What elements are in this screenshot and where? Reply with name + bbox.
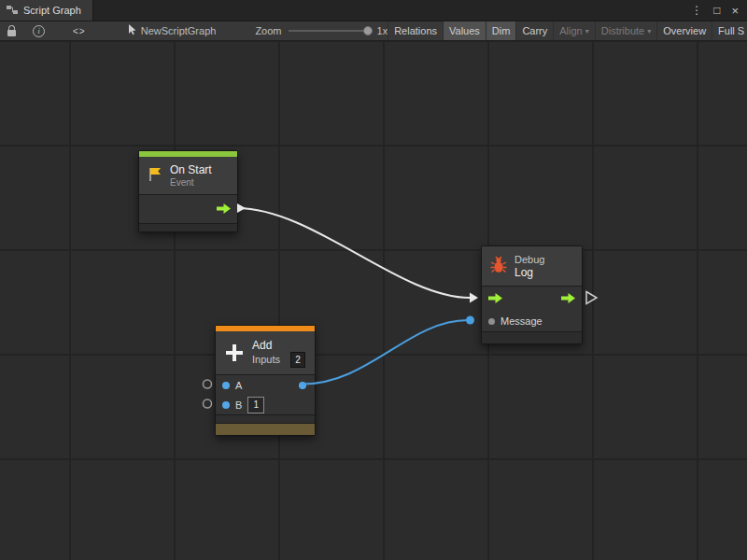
port-b-value-field[interactable]: 1	[247, 397, 264, 413]
node-debug-log[interactable]: Debug Log Message	[481, 245, 583, 344]
node-header[interactable]: Debug Log	[482, 246, 582, 286]
port-label: B	[235, 399, 242, 411]
button-label: Carry	[522, 25, 547, 36]
wire-flow-onstart-to-log[interactable]	[237, 208, 470, 298]
button-label: Overview	[663, 25, 706, 36]
output-port-sum[interactable]	[299, 382, 306, 389]
plus-icon	[223, 342, 246, 364]
inputs-label: Inputs	[252, 353, 280, 367]
script-graph-icon	[7, 5, 18, 17]
graph-breadcrumb[interactable]: NewScriptGraph	[128, 24, 217, 37]
toolbar-button-overview[interactable]: Overview	[656, 21, 712, 40]
kebab-menu-icon[interactable]: ⋮	[691, 5, 702, 16]
port-row-a: A	[216, 375, 315, 395]
node-footer	[139, 223, 237, 231]
flow-input-port[interactable]	[488, 293, 502, 305]
flow-output-port[interactable]	[561, 293, 575, 305]
code-icon: <>	[73, 26, 86, 36]
button-label: Distribute	[601, 25, 644, 36]
flow-output-port[interactable]	[217, 203, 231, 216]
chevron-down-icon: ▾	[585, 27, 589, 35]
button-label: Align	[559, 25, 582, 36]
node-title: Add	[252, 339, 305, 352]
wire-value-add-to-message[interactable]	[303, 320, 468, 385]
bug-icon	[489, 256, 508, 276]
button-label: Dim	[492, 25, 511, 36]
graph-toolbar: i <> NewScriptGraph Zoom 1x Relations Va…	[0, 21, 747, 41]
info-button[interactable]: i	[28, 21, 49, 40]
wire-end-arrow-icon	[470, 293, 478, 303]
external-flow-triangle-icon[interactable]	[586, 292, 597, 304]
node-footer	[482, 331, 582, 343]
message-input-row: Message	[482, 311, 582, 331]
graph-canvas[interactable]: On Start Event	[0, 41, 747, 560]
port-row-b: B 1	[216, 395, 315, 414]
titlebar-spacer	[93, 0, 683, 21]
close-icon[interactable]: ×	[731, 5, 739, 17]
maximize-icon[interactable]: □	[713, 5, 720, 16]
port-label: A	[235, 380, 242, 391]
toolbar-button-fullscreen[interactable]: Full S	[712, 21, 747, 40]
toolbar-button-distribute[interactable]: Distribute ▾	[595, 21, 656, 40]
node-on-start[interactable]: On Start Event	[138, 150, 238, 232]
cursor-icon	[128, 24, 136, 37]
node-subtitle: Event	[170, 176, 212, 189]
wire-end-dot-icon	[466, 316, 474, 325]
zoom-slider-handle[interactable]	[363, 26, 373, 35]
input-port-a[interactable]	[222, 382, 230, 389]
flow-port-row	[482, 287, 582, 311]
node-header[interactable]: On Start Event	[139, 157, 237, 194]
zoom-slider[interactable]	[289, 30, 371, 32]
button-label: Relations	[394, 25, 437, 36]
port-label: Message	[500, 315, 543, 327]
zoom-label: Zoom	[255, 25, 281, 36]
node-title: On Start	[170, 163, 212, 176]
toolbar-button-values[interactable]: Values	[443, 21, 486, 40]
toolbar-button-align[interactable]: Align ▾	[553, 21, 594, 40]
node-add[interactable]: Add Inputs 2 A B 1	[215, 325, 316, 436]
titlebar: Script Graph ⋮ □ ×	[0, 0, 747, 21]
node-title: Debug	[514, 254, 544, 266]
script-graph-window: Script Graph ⋮ □ × i <> NewScriptGraph Z…	[0, 0, 747, 560]
info-icon: i	[33, 25, 45, 37]
input-port-b[interactable]	[222, 401, 230, 409]
message-input-port[interactable]	[488, 318, 495, 325]
toolbar-button-relations[interactable]: Relations	[388, 21, 443, 40]
toolbar-button-carry[interactable]: Carry	[515, 21, 553, 40]
chevron-down-icon: ▾	[647, 27, 651, 35]
lock-icon	[7, 30, 16, 36]
external-port-circle-a-icon[interactable]	[204, 380, 212, 388]
node-header[interactable]: Add Inputs 2	[216, 331, 315, 374]
graph-name: NewScriptGraph	[141, 25, 217, 36]
flag-icon	[147, 166, 163, 185]
flow-output-row	[139, 195, 237, 223]
external-port-circle-b-icon[interactable]	[204, 399, 212, 408]
toolbar-toggle-group: Relations Values Dim Carry Align ▾ Distr…	[388, 21, 747, 40]
node-body-spacer	[216, 414, 315, 423]
edit-source-button[interactable]: <>	[68, 21, 91, 40]
tab-title: Script Graph	[23, 5, 81, 16]
zoom-value: 1x	[377, 25, 388, 36]
tab-script-graph[interactable]: Script Graph	[0, 0, 93, 21]
wire-start-arrow-icon	[237, 203, 246, 213]
lock-button[interactable]	[3, 21, 21, 40]
button-label: Full S	[718, 25, 744, 36]
node-subtitle: Log	[514, 266, 544, 279]
math-footer-strip	[216, 423, 315, 435]
toolbar-button-dim[interactable]: Dim	[486, 21, 516, 40]
zoom-control: Zoom 1x	[255, 25, 388, 36]
button-label: Values	[449, 25, 480, 36]
inputs-count-field[interactable]: 2	[290, 352, 305, 368]
